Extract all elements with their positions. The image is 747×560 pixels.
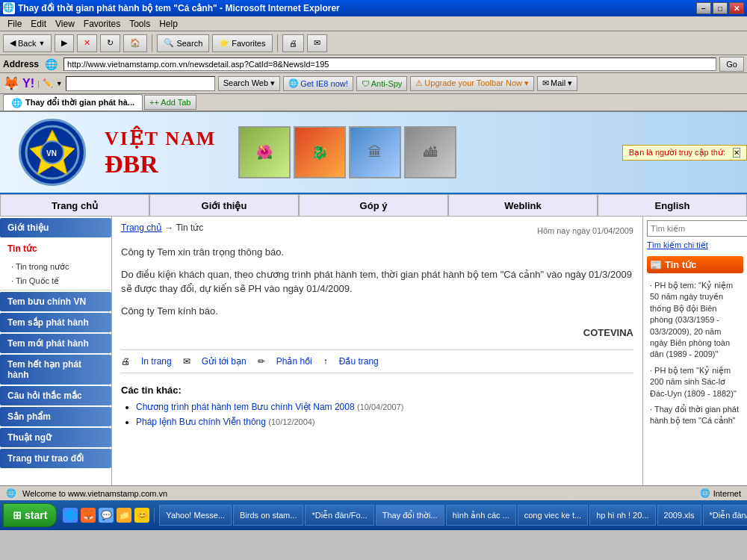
close-button[interactable]: ✕ [729,2,744,14]
quick-firefox-icon[interactable]: 🦊 [81,508,96,523]
sidebar-divider-1 [0,290,111,290]
maximize-button[interactable]: □ [713,2,728,14]
taskbar-yahoo-btn[interactable]: Yahoo! Messe... [159,505,232,526]
print-link[interactable]: In trang [141,356,172,367]
sidebar-item-news[interactable]: Tin tức [0,239,111,258]
menu-tools[interactable]: Tools [125,17,155,31]
article-author: COTEVINA [121,326,633,340]
breadcrumb-home[interactable]: Trang chủ [121,223,162,233]
anti-spy-button[interactable]: 🛡 Anti-Spy [356,76,408,91]
toolbar-upgrade-label: Upgrade your Toolbar Now ▾ [424,78,529,88]
article-paragraph-1: Công ty Tem xin trân trọng thông báo. [121,245,633,260]
sidebar-item-exchange[interactable]: Trang thư trao đổi [0,449,111,468]
taskbar-forum1-btn[interactable]: *Diễn đàn/Fo... [305,505,374,526]
taskbar-forum2-btn[interactable]: *Diễn đàn/Fo... [703,505,747,526]
taskbar-hinhanh-btn[interactable]: hình ảnh các ... [446,505,516,526]
favorites-label: Favorites [232,39,265,48]
status-bar: 🌐 Welcome to www.vietnamstamp.com.vn 🌐 I… [0,485,747,500]
news-panel-item-3[interactable]: · Thay đổi thời gian phát hành bộ tem "C… [650,404,740,427]
sidebar-item-new[interactable]: Tem mới phát hành [0,334,111,353]
nav-english[interactable]: English [598,194,747,217]
browser-content: VN VIỆT NAM ĐBR 🌺 🐉 🏛 [0,112,747,485]
menu-favorites[interactable]: Favorites [79,17,125,31]
reply-link[interactable]: Phản hồi [276,356,312,367]
sidebar-item-upcoming[interactable]: Tem sắp phát hành [0,313,111,332]
status-zone: 🌐 Internet [700,488,741,498]
taskbar-congviec-btn[interactable]: cong viec ke t... [518,505,588,526]
search-detail-link[interactable]: Tìm kiếm chi tiết [647,240,743,250]
taskbar-thaydoi-btn[interactable]: Thay đổi thời... [376,505,444,526]
get-ie8-button[interactable]: 🌐 Get IE8 now! [283,76,353,91]
search-box: GO! [647,220,743,237]
sidebar-sub-domestic[interactable]: · Tin trong nước [0,260,111,274]
close-tip-button[interactable]: ✕ [733,148,740,158]
sidebar-item-about[interactable]: Giới thiệu [0,218,111,237]
news-link-1[interactable]: Chương trình phát hành tem Bưu chính Việ… [136,402,355,412]
site-main-title: VIỆT NAM ĐBR [105,127,216,178]
menu-edit[interactable]: Edit [26,17,51,31]
go-button[interactable]: Go [719,57,744,72]
breadcrumb-current: Tin tức [176,223,203,233]
article-actions: 🖨 In trang ✉ Gửi tới bạn ✏ Phản hồi ↑ Đầ… [121,349,633,373]
window-controls[interactable]: − □ ✕ [696,2,744,14]
nav-home[interactable]: Trang chủ [0,194,149,217]
sidebar-item-stamps-vn[interactable]: Tem bưu chính VN [0,292,111,311]
stop-button[interactable]: ✕ [77,34,97,52]
forward-button[interactable]: ▶ [55,34,74,52]
nav-weblink[interactable]: Weblink [448,194,598,217]
search-input[interactable] [647,220,747,237]
news-panel-item-2[interactable]: · PH bộ tem "Kỷ niệm 200 năm sinh Sác-lơ… [650,365,740,399]
back-button[interactable]: ◀ Back ▼ [3,34,52,52]
right-panel: GO! Tìm kiếm chi tiết 📰 Tin tức · PH bộ … [642,217,747,485]
mail-toolbar-icon: ✉ [542,78,549,88]
toolbar-upgrade-button[interactable]: ⚠ Upgrade your Toolbar Now ▾ [410,76,534,91]
start-button[interactable]: ⊞ start [3,503,57,527]
stop-icon: ✕ [84,38,90,48]
yahoo-search-input[interactable] [66,76,215,91]
mail-button[interactable]: ✉ [307,34,327,52]
address-input[interactable] [63,57,716,71]
add-tab-button[interactable]: + + Add Tab [144,95,196,110]
quick-ie-icon[interactable]: 🌐 [63,508,78,523]
home-button[interactable]: 🏠 [123,34,147,52]
other-news: Các tin khác: Chương trình phát hành tem… [121,385,633,427]
favorites-button[interactable]: ⭐ Favorites [212,34,272,52]
minimize-button[interactable]: − [696,2,711,14]
nav-about[interactable]: Giới thiệu [149,194,299,217]
tip-text: Bạn là người truy cập thứ: [629,148,725,158]
toolbar: ◀ Back ▼ ▶ ✕ ↻ 🏠 🔍 Search ⭐ Favorites 🖨 … [0,31,747,55]
top-link[interactable]: Đầu trang [339,356,379,367]
print-button[interactable]: 🖨 [282,34,304,52]
article-body: Công ty Tem xin trân trọng thông báo. Do… [121,245,633,340]
search-button[interactable]: 🔍 Search [157,34,209,52]
logo-svg: VN [22,122,82,182]
quick-chat-icon[interactable]: 💬 [99,508,114,523]
menu-view[interactable]: View [51,17,79,31]
news-link-2[interactable]: Pháp lệnh Bưu chính Viễn thông [136,417,266,427]
sidebar-item-faq[interactable]: Câu hỏi thắc mắc [0,386,111,405]
menu-file[interactable]: File [3,17,26,31]
taskbar-birds-btn[interactable]: Birds on stam... [233,505,303,526]
home-icon: 🏠 [130,38,140,48]
stamp-image-4: 🏙 [406,128,455,177]
menu-help[interactable]: Help [155,17,182,31]
send-link[interactable]: Gửi tới bạn [202,356,247,367]
sidebar-sub-international[interactable]: · Tin Quốc tế [0,274,111,288]
mail-toolbar-button[interactable]: ✉ Mail ▾ [537,76,577,91]
quick-folder-icon[interactable]: 📁 [117,508,131,523]
news-panel-item-1[interactable]: · PH bộ tem: "Kỷ niệm 50 năm ngày truyền… [650,280,740,361]
search-web-button[interactable]: Search Web ▾ [218,76,280,91]
sidebar-item-terms[interactable]: Thuật ngữ [0,428,111,447]
sidebar-item-expired[interactable]: Tem hết hạn phát hành [0,355,111,385]
quick-face-icon[interactable]: 😊 [134,508,149,523]
refresh-button[interactable]: ↻ [100,34,120,52]
taskbar-excel-btn[interactable]: 2009.xls [657,505,701,526]
windows-icon: ⊞ [13,509,22,521]
yahoo-separator-icon: | [37,79,40,88]
breadcrumb-arrow: → [164,223,173,233]
nav-feedback[interactable]: Góp ý [299,194,448,217]
active-tab[interactable]: 🌐 Thay đổi thời gian phát hà... [3,94,143,111]
nav-tip-box: Bạn là người truy cập thứ: ✕ [622,145,747,161]
taskbar-hp-btn[interactable]: hp hì nh ! 20... [589,505,655,526]
sidebar-item-products[interactable]: Sản phẩm [0,407,111,426]
